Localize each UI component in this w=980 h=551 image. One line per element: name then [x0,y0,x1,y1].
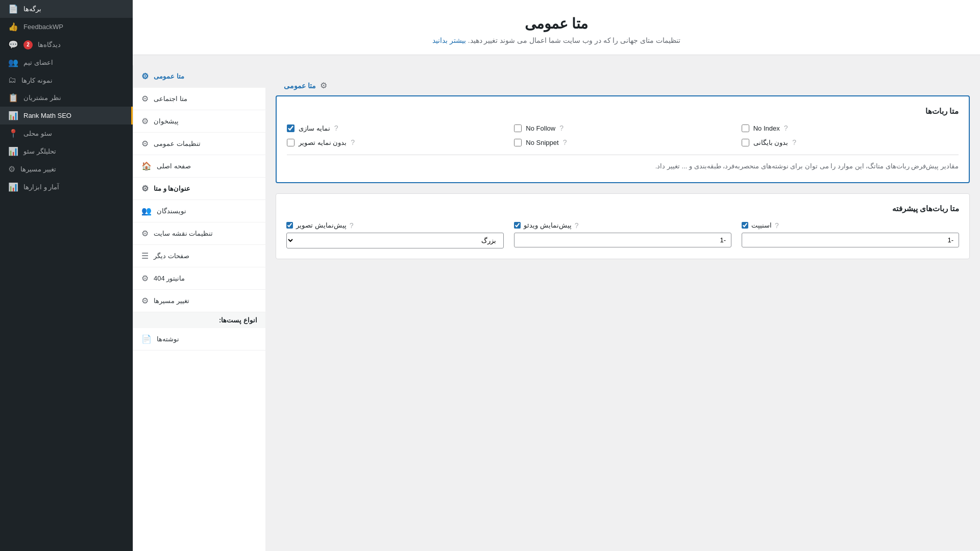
namayesazi-checkbox[interactable] [287,124,295,132]
advanced-meta-grid: ? اسنیپت ? پیش‌نمایش ویدئو [286,221,959,248]
didgaha-badge: 2 [23,40,33,49]
meta-robots-header: متا ربات‌ها [287,107,959,116]
sidebar-item-neveshteha[interactable]: نوشته‌ها 📄 [133,328,265,350]
bedoonbayegani-help-icon[interactable]: ? [792,138,796,146]
video-preview-checkbox[interactable] [514,222,521,229]
sidebar-item-nevisandegan[interactable]: نویسندگان 👥 [133,200,265,222]
snippet-help-icon[interactable]: ? [775,221,779,230]
nazar-moshtarian-label: نظر مشتریان [23,94,61,102]
image-preview-checkbox[interactable] [286,222,293,229]
neveshteha-label: نوشته‌ها [157,335,179,343]
snippet-label-row: ? اسنیپت [742,221,779,230]
namayesazi-help-icon[interactable]: ? [334,124,338,132]
sidebar-item-nazar-moshtarian[interactable]: نظر مشتریان 📋 [0,89,133,107]
advanced-meta-section: متا ربات‌های پیشرفته ? اسنیپت [276,193,970,259]
tahlilgar-seo-label: تحلیلگر سئو [23,147,56,155]
taghir-masirha-main-icon: ⚙ [8,164,15,174]
bedoonbayegani-checkbox[interactable] [742,139,749,146]
advanced-meta-header: متا ربات‌های پیشرفته [286,204,959,213]
sidebar-item-tanzimate-naghshe[interactable]: تنظیمات نقشه سایت ⚙ [133,222,265,245]
sidebar-item-safahat-digar[interactable]: صفحات دیگر ☰ [133,245,265,267]
sidebar-item-safhe-asli[interactable]: صفحه اصلی 🏠 [133,155,265,178]
nofollow-label: No Follow [526,124,555,132]
section-header: ⚙ متا عمومی [276,76,970,95]
feedbackwp-icon: 👍 [8,22,18,32]
sidebar-item-meta-omomi[interactable]: متا عمومی ⚙ [133,65,265,88]
bedoonnamaye-label: بدون نمایه تصویر [299,139,347,146]
onvanha-label: عنوان‌ها و متا [154,185,190,192]
checkbox-row-noindex: ? No Index [742,124,959,132]
checkbox-row-nosnippet: ? No Snippet [514,138,731,146]
sidebar-item-rank-math-seo[interactable]: Rank Math SEO 📊 [0,107,133,124]
taghir-masirha-icon: ⚙ [141,296,149,306]
safhe-asli-icon: 🏠 [141,161,152,171]
sidebar-item-azaye-tim[interactable]: اعضای تیم 👥 [0,54,133,71]
sidebar-item-nemoone-kara[interactable]: نمونه کارها 🗂 [0,71,133,89]
seo-mahali-label: سئو محلی [23,130,52,137]
image-preview-label: پیش‌نمایش تصویر [296,221,347,229]
taghir-masirha-label: تغییر مسیرها [154,297,189,305]
sidebar-item-didgaha[interactable]: دیدگاه‌ها 2 💬 [0,36,133,54]
sidebar-item-tahlilgar-seo[interactable]: تحلیلگر سئو 📊 [0,142,133,160]
taghir-masirha-main-label: تغییر مسیرها [20,165,56,173]
monitor-404-icon: ⚙ [141,273,149,283]
tanzimate-naghshe-label: تنظیمات نقشه سایت [154,230,213,237]
noindex-label: No Index [753,124,780,132]
nosnippet-checkbox[interactable] [514,139,522,146]
video-preview-input[interactable] [514,233,731,247]
snippet-input[interactable] [742,233,959,247]
video-preview-label-row: ? پیش‌نمایش ویدئو [514,221,578,230]
checkbox-row-bedoonbayegani: ? بدون بایگانی [742,138,959,146]
page-title: متا عمومی [143,15,970,32]
post-types-label: انواع پست‌ها: [141,316,257,324]
sidebar-item-taghir-masirha[interactable]: تغییر مسیرها ⚙ [133,290,265,312]
didgaha-icon: 💬 [8,40,18,49]
noindex-help-icon[interactable]: ? [784,124,788,132]
snippet-field-group: ? اسنیپت [742,221,959,248]
meta-robots-note: مقادیر پیش‌فرض ربات‌های متاتگ، این موارد… [287,155,959,172]
noindex-checkbox[interactable] [742,124,749,132]
neveshteha-icon: 📄 [141,334,152,344]
pishkhan-label: پیشخوان [154,117,179,125]
main-sidebar: برگه‌ها 📄 FeedbackWP 👍 دیدگاه‌ها 2 💬 اعض… [0,0,133,551]
seo-mahali-icon: 📍 [8,129,18,138]
sidebar-item-pishkhan[interactable]: پیشخوان ⚙ [133,110,265,133]
image-preview-select[interactable]: بزرگ متوسط کوچک هیچ [286,233,504,248]
settings-gear-icon[interactable]: ⚙ [320,81,327,90]
bedoonnamaye-checkbox[interactable] [287,139,295,146]
page-subtitle: تنظیمات متای جهانی را که در وب سایت شما … [143,36,970,44]
bedoonbayegani-label: بدون بایگانی [753,139,789,146]
video-preview-field-group: ? پیش‌نمایش ویدئو [514,221,731,248]
image-preview-help-icon[interactable]: ? [350,221,354,230]
sidebar-item-onvanha[interactable]: عنوان‌ها و متا ⚙ [133,178,265,200]
tanzimate-omomi-icon: ⚙ [141,139,149,148]
tanzimate-naghshe-icon: ⚙ [141,229,149,238]
sidebar-item-taghir-masirha-main[interactable]: تغییر مسیرها ⚙ [0,160,133,178]
sidebar-item-amar-abzarha[interactable]: آمار و ابزارها 📊 [0,178,133,196]
section-header-title: متا عمومی [284,82,316,90]
nofollow-checkbox[interactable] [514,124,522,132]
bedoonnamaye-help-icon[interactable]: ? [351,138,355,146]
sidebar-item-meta-ejtemai[interactable]: متا اجتماعی ⚙ [133,88,265,110]
video-preview-help-icon[interactable]: ? [575,221,579,230]
nofollow-help-icon[interactable]: ? [559,124,564,132]
sidebar-item-tanzimate-omomi[interactable]: تنظیمات عمومی ⚙ [133,133,265,155]
nosnippet-help-icon[interactable]: ? [563,138,567,146]
sidebar-item-seo-mahali[interactable]: سئو محلی 📍 [0,124,133,142]
azaye-tim-icon: 👥 [8,58,18,67]
sidebar-item-feedbackwp[interactable]: FeedbackWP 👍 [0,18,133,36]
nemoone-kara-icon: 🗂 [8,76,16,85]
image-preview-field-group: ? پیش‌نمایش تصویر بزرگ متوسط کوچک هیچ [286,221,504,248]
bargha-label: برگه‌ها [23,5,41,13]
snippet-checkbox[interactable] [742,222,748,229]
feedbackwp-label: FeedbackWP [23,23,63,31]
meta-omomi-icon: ⚙ [141,71,149,81]
learn-more-link[interactable]: بیشتر بدانید [432,36,466,44]
nazar-moshtarian-icon: 📋 [8,93,18,103]
tanzimate-omomi-label: تنظیمات عمومی [154,140,201,147]
nevisandegan-icon: 👥 [141,206,152,216]
onvanha-icon: ⚙ [141,184,149,193]
sidebar-item-bargha[interactable]: برگه‌ها 📄 [0,0,133,18]
video-preview-label: پیش‌نمایش ویدئو [524,221,572,229]
sidebar-item-monitor-404[interactable]: مانیتور 404 ⚙ [133,267,265,290]
